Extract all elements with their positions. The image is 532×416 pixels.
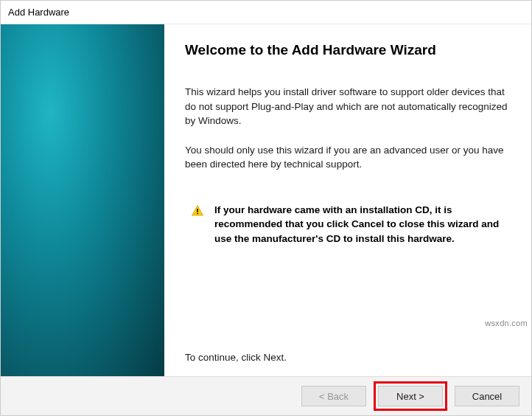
next-button[interactable]: Next > xyxy=(378,386,443,406)
titlebar: Add Hardware xyxy=(1,1,531,24)
wizard-main-panel: Welcome to the Add Hardware Wizard This … xyxy=(164,24,531,376)
back-button[interactable]: < Back xyxy=(301,386,366,406)
continue-hint: To continue, click Next. xyxy=(185,352,511,369)
button-bar: < Back Next > Cancel xyxy=(1,377,531,415)
wizard-paragraph-1: This wizard helps you install driver sof… xyxy=(185,85,511,128)
warning-row: If your hardware came with an installati… xyxy=(185,203,511,246)
next-button-highlight: Next > xyxy=(374,381,447,411)
watermark: wsxdn.com xyxy=(485,319,528,327)
svg-rect-0 xyxy=(197,209,198,212)
wizard-paragraph-2: You should only use this wizard if you a… xyxy=(185,143,511,172)
svg-rect-1 xyxy=(197,212,198,214)
window-title: Add Hardware xyxy=(8,7,69,18)
cancel-button[interactable]: Cancel xyxy=(455,386,519,406)
wizard-sidebar-graphic xyxy=(1,24,164,376)
content-area: Welcome to the Add Hardware Wizard This … xyxy=(1,24,531,377)
warning-text: If your hardware came with an installati… xyxy=(214,203,511,246)
add-hardware-wizard-window: Add Hardware Welcome to the Add Hardware… xyxy=(0,0,532,416)
warning-icon xyxy=(191,204,204,218)
wizard-heading: Welcome to the Add Hardware Wizard xyxy=(185,42,511,58)
